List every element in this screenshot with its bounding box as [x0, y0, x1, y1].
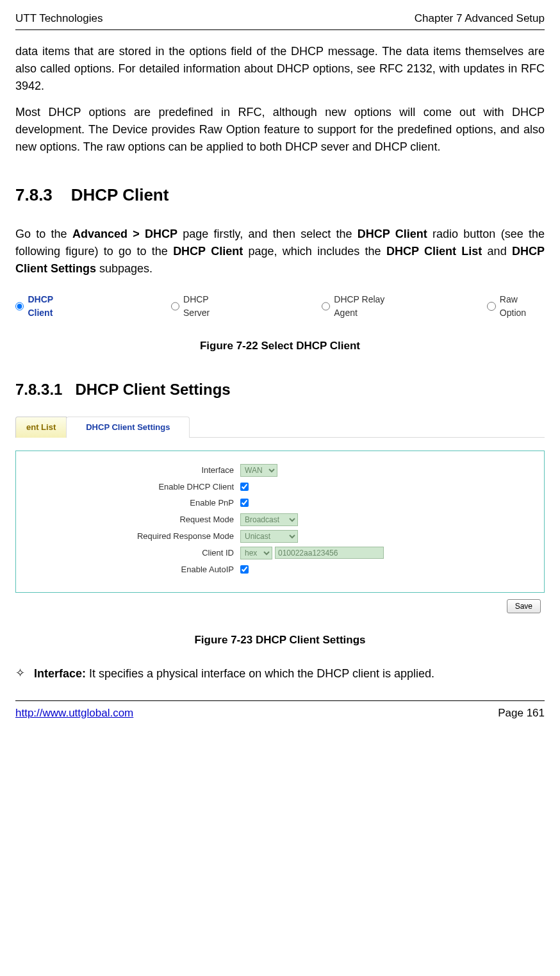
radio-raw-option-input[interactable] — [487, 302, 495, 311]
section-number: 7.8.3 — [15, 185, 53, 204]
intro-text: Go to the — [15, 227, 72, 240]
diamond-icon: ✧ — [15, 665, 25, 681]
bullet-label: Interface: — [34, 667, 86, 680]
request-mode-label: Request Mode — [16, 513, 240, 526]
request-mode-select[interactable]: Broadcast — [240, 513, 298, 526]
intro-bold-1: Advanced > DHCP — [72, 227, 177, 240]
header-right: Chapter 7 Advanced Setup — [415, 10, 545, 27]
save-button[interactable]: Save — [507, 599, 541, 613]
radio-dhcp-relay-input[interactable] — [322, 302, 330, 311]
radio-dhcp-relay-label: DHCP Relay Agent — [334, 293, 407, 320]
radio-dhcp-relay[interactable]: DHCP Relay Agent — [322, 293, 408, 320]
paragraph-1: data items that are stored in the option… — [15, 43, 545, 95]
tab-underline — [190, 437, 545, 438]
radio-dhcp-server[interactable]: DHCP Server — [171, 293, 236, 320]
tab-client-list[interactable]: ent List — [15, 417, 67, 438]
section-title: DHCP Client — [71, 185, 169, 204]
response-mode-select[interactable]: Unicast — [240, 530, 298, 543]
tab-client-settings[interactable]: DHCP Client Settings — [66, 417, 190, 438]
enable-pnp-checkbox[interactable] — [240, 499, 249, 507]
radio-dhcp-server-input[interactable] — [171, 302, 179, 311]
subsection-number: 7.8.3.1 — [15, 381, 62, 398]
intro-bold-4: DHCP Client List — [386, 245, 482, 258]
tab-bar: ent List DHCP Client Settings — [15, 417, 545, 438]
client-id-label: Client ID — [16, 547, 240, 559]
header-left: UTT Technologies — [15, 10, 103, 27]
bullet-interface: ✧ Interface: It specifies a physical int… — [15, 665, 545, 682]
interface-label: Interface — [16, 464, 240, 477]
intro-text: page, which includes the — [243, 245, 386, 258]
intro-bold-3: DHCP Client — [173, 245, 243, 258]
enable-client-checkbox[interactable] — [240, 483, 249, 491]
intro-text: page firstly, and then select the — [177, 227, 358, 240]
intro-bold-2: DHCP Client — [358, 227, 427, 240]
footer-link[interactable]: http://www.uttglobal.com — [15, 705, 133, 722]
client-id-input[interactable] — [275, 547, 384, 559]
figure-23-caption: Figure 7-23 DHCP Client Settings — [15, 632, 545, 649]
bullet-text: It specifies a physical interface on whi… — [86, 667, 434, 680]
figure-radio-row: DHCP Client DHCP Server DHCP Relay Agent… — [15, 293, 545, 320]
enable-pnp-label: Enable PnP — [16, 497, 240, 509]
radio-dhcp-client-label: DHCP Client — [28, 293, 78, 320]
radio-raw-option-label: Raw Option — [500, 293, 545, 320]
page-footer: http://www.uttglobal.com Page 161 — [15, 700, 545, 722]
settings-panel: Interface WAN Enable DHCP Client Enable … — [15, 451, 545, 593]
subsection-heading: 7.8.3.1 DHCP Client Settings — [15, 378, 545, 401]
enable-client-label: Enable DHCP Client — [16, 481, 240, 493]
response-mode-label: Required Response Mode — [16, 530, 240, 543]
bullet-content: Interface: It specifies a physical inter… — [34, 665, 434, 682]
radio-raw-option[interactable]: Raw Option — [487, 293, 545, 320]
figure-22-caption: Figure 7-22 Select DHCP Client — [15, 338, 545, 354]
client-id-type-select[interactable]: hex — [240, 547, 272, 559]
subsection-title: DHCP Client Settings — [75, 381, 230, 398]
intro-text: and — [482, 245, 512, 258]
enable-autoip-label: Enable AutoIP — [16, 563, 240, 576]
paragraph-2: Most DHCP options are predefined in RFC,… — [15, 104, 545, 156]
intro-paragraph: Go to the Advanced > DHCP page firstly, … — [15, 226, 545, 277]
radio-dhcp-client[interactable]: DHCP Client — [15, 293, 78, 320]
radio-dhcp-client-input[interactable] — [15, 302, 24, 311]
interface-select[interactable]: WAN — [240, 464, 277, 477]
page-header: UTT Technologies Chapter 7 Advanced Setu… — [15, 10, 545, 30]
enable-autoip-checkbox[interactable] — [240, 565, 249, 574]
section-heading: 7.8.3 DHCP Client — [15, 183, 545, 208]
radio-dhcp-server-label: DHCP Server — [183, 293, 235, 320]
intro-text: subpages. — [96, 262, 152, 275]
footer-page: Page 161 — [498, 705, 545, 722]
